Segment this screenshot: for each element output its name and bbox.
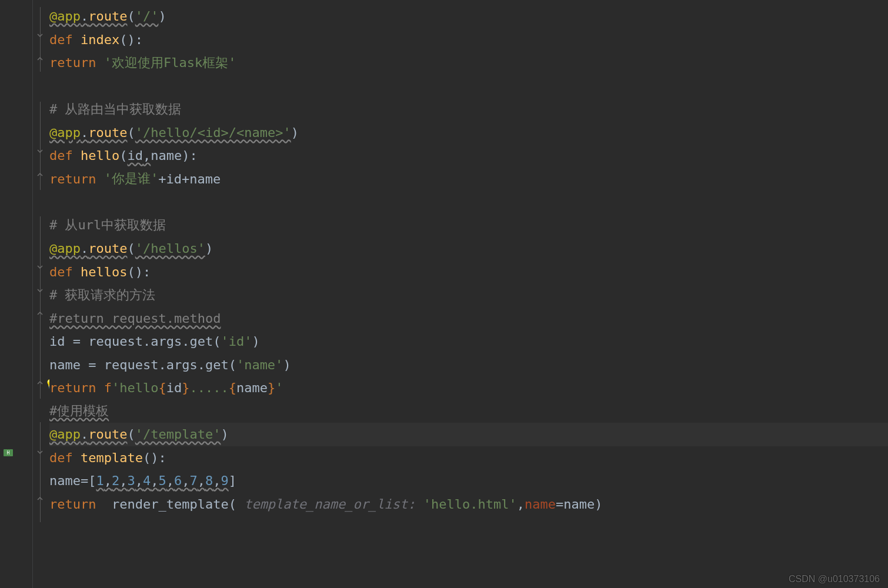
- gutter-fold[interactable]: 💡: [33, 0, 49, 588]
- fold-end-icon: [35, 171, 45, 179]
- code-line[interactable]: return '欢迎使用Flask框架': [49, 51, 888, 75]
- code-line[interactable]: name = request.args.get('name'): [49, 353, 888, 377]
- fold-end-icon: [35, 495, 45, 503]
- watermark-text: CSDN @u010373106: [789, 574, 880, 584]
- fold-marker-icon[interactable]: [35, 31, 45, 39]
- code-line[interactable]: # 从url中获取数据: [49, 214, 888, 238]
- code-line-current[interactable]: @app.route('/template'): [49, 423, 888, 446]
- code-line[interactable]: # 从路由当中获取数据: [49, 98, 888, 121]
- code-line[interactable]: @app.route('/hellos'): [49, 237, 888, 260]
- code-line[interactable]: name=[1,2,3,4,5,6,7,8,9]: [49, 469, 888, 493]
- fold-end-icon: [35, 379, 45, 387]
- code-line[interactable]: def hello(id,name):: [49, 144, 888, 168]
- html-file-icon: H: [2, 447, 14, 459]
- code-line[interactable]: def template():: [49, 446, 888, 470]
- svg-text:H: H: [7, 450, 10, 456]
- code-line[interactable]: return f'hello{id}.....{name}': [49, 376, 888, 400]
- fold-end-icon: [35, 309, 45, 318]
- code-line[interactable]: id = request.args.get('id'): [49, 330, 888, 353]
- code-line[interactable]: return render_template( template_name_or…: [49, 493, 888, 516]
- code-line[interactable]: #使用模板: [49, 400, 888, 423]
- code-line[interactable]: @app.route('/hello/<id>/<name>'): [49, 121, 888, 145]
- code-line[interactable]: return '你是谁'+id+name: [49, 168, 888, 191]
- inline-parameter-hint: template_name_or_list:: [236, 497, 423, 512]
- code-line[interactable]: #return request.method: [49, 307, 888, 330]
- fold-marker-icon[interactable]: [35, 263, 45, 271]
- code-line[interactable]: @app.route('/'): [49, 5, 888, 28]
- fold-end-icon: [35, 55, 45, 63]
- code-line[interactable]: [49, 75, 888, 98]
- code-area[interactable]: @app.route('/') def index(): return '欢迎使…: [49, 0, 888, 588]
- fold-marker-icon[interactable]: [35, 147, 45, 155]
- code-line[interactable]: [49, 191, 888, 214]
- fold-marker-icon[interactable]: [35, 286, 45, 295]
- fold-marker-icon[interactable]: [35, 448, 45, 456]
- gutter-left[interactable]: H: [0, 0, 33, 588]
- code-line[interactable]: # 获取请求的方法: [49, 283, 888, 307]
- code-line[interactable]: def hellos():: [49, 260, 888, 284]
- code-editor[interactable]: H 💡 @app.route('/') def index(): return …: [0, 0, 888, 588]
- code-line[interactable]: def index():: [49, 28, 888, 52]
